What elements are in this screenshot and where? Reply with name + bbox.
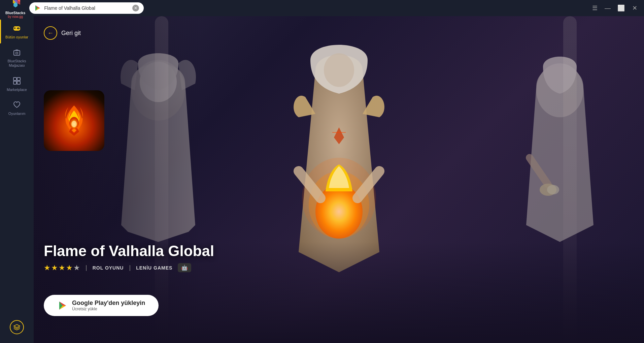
main-layout: Bütün oyunlar BlueStacks Mağazası [0, 16, 644, 343]
star-rating: ★ ★ ★ ★ ★ [44, 263, 80, 272]
star-1: ★ [44, 263, 50, 272]
android-icon: 🤖 [181, 264, 188, 271]
search-bar[interactable]: Flame of Valhalla Global ✕ [29, 2, 144, 14]
hero-left-fade [34, 16, 202, 343]
logo-area: BlueStacks by now.gg [5, 0, 25, 25]
back-label: Geri git [61, 30, 81, 37]
svg-rect-14 [14, 28, 16, 29]
search-clear-button[interactable]: ✕ [132, 5, 139, 11]
install-button[interactable]: Google Play'den yükleyin Ücretsiz yükle [44, 295, 159, 316]
hamburger-menu-button[interactable]: ☰ [592, 4, 598, 12]
meta-divider-2: | [129, 264, 131, 271]
install-btn-sub-text: Ücretsiz yükle [72, 307, 145, 311]
star-3: ★ [59, 263, 65, 272]
game-developer: LENİU GAMES [136, 265, 172, 271]
star-2: ★ [51, 263, 58, 272]
install-btn-main-text: Google Play'den yükleyin [72, 300, 145, 307]
meta-divider-1: | [86, 264, 87, 271]
game-meta: ★ ★ ★ ★ ★ | ROL OYUNU | LENİU GAMES 🤖 [44, 263, 214, 272]
svg-rect-24 [17, 81, 20, 84]
sidebar-item-store[interactable]: BlueStacks Mağazası [0, 43, 34, 72]
window-controls: — ⬜ ✕ [604, 4, 639, 12]
install-btn-text: Google Play'den yükleyin Ücretsiz yükle [72, 300, 145, 311]
svg-rect-20 [16, 52, 18, 54]
svg-rect-21 [13, 77, 16, 81]
game-genre: ROL OYUNU [93, 265, 124, 271]
sidebar-item-my-games-label: Oyunlarım [8, 112, 26, 116]
marketplace-icon [12, 76, 22, 86]
back-arrow-icon: ← [44, 26, 57, 40]
google-play-icon [34, 4, 41, 12]
svg-point-35 [71, 121, 77, 127]
svg-rect-22 [17, 77, 20, 81]
search-input-value: Flame of Valhalla Global [44, 5, 130, 11]
game-title: Flame of Valhalla Global [44, 243, 214, 259]
svg-point-33 [547, 185, 559, 194]
svg-rect-23 [13, 81, 16, 84]
flame-icon [56, 102, 93, 139]
star-5: ★ [73, 263, 80, 272]
sidebar-item-store-label: BlueStacks Mağazası [2, 59, 32, 68]
content-area: ← Geri git [34, 16, 644, 343]
heart-icon [12, 100, 22, 110]
back-button[interactable]: ← Geri git [44, 26, 81, 40]
sidebar-item-marketplace-label: Marketplace [7, 88, 27, 92]
star-4: ★ [66, 263, 73, 272]
sidebar-item-all-games-label: Bütün oyunlar [5, 35, 28, 39]
google-play-logo [57, 300, 68, 311]
minimize-button[interactable]: — [604, 4, 612, 12]
sidebar-nav: Bütün oyunlar BlueStacks Mağazası [0, 20, 34, 120]
logo-label: BlueStacks by now.gg [5, 11, 25, 19]
sidebar: Bütün oyunlar BlueStacks Mağazası [0, 16, 34, 343]
svg-point-27 [324, 53, 354, 87]
game-icon-inner [44, 90, 104, 151]
bluestacks-logo [8, 0, 23, 9]
maximize-button[interactable]: ⬜ [617, 4, 625, 12]
svg-point-17 [18, 28, 19, 29]
svg-point-18 [17, 28, 18, 29]
sidebar-item-marketplace[interactable]: Marketplace [0, 72, 34, 96]
android-badge: 🤖 [178, 263, 191, 272]
title-bar: BlueStacks by now.gg Flame of Valhalla G… [0, 0, 644, 16]
sidebar-bottom [10, 315, 24, 340]
layers-button[interactable] [10, 320, 24, 334]
game-icon [44, 90, 104, 151]
close-button[interactable]: ✕ [631, 4, 639, 12]
title-bar-right: ☰ — ⬜ ✕ [592, 4, 639, 12]
svg-rect-19 [14, 51, 20, 55]
game-info-area: Flame of Valhalla Global ★ ★ ★ ★ ★ | ROL… [44, 243, 214, 272]
svg-point-15 [18, 27, 19, 28]
sidebar-item-my-games[interactable]: Oyunlarım [0, 96, 34, 120]
svg-point-16 [19, 28, 20, 29]
store-icon [12, 48, 22, 57]
